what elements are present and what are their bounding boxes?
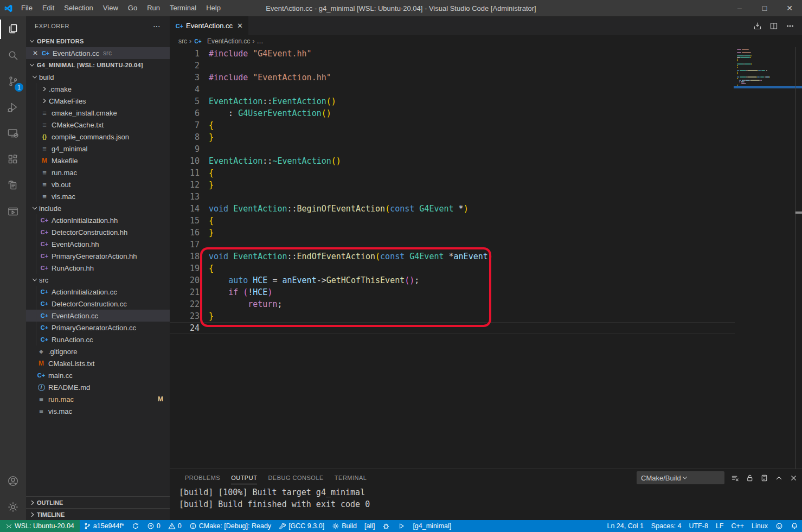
tree-file-eventaction-cc[interactable]: C+EventAction.cc xyxy=(26,310,170,322)
code-line-19[interactable]: 19{ xyxy=(170,262,735,274)
menu-view[interactable]: View xyxy=(98,0,123,16)
activity-cmake-icon[interactable] xyxy=(0,172,26,198)
tree-file-vis-mac[interactable]: ≡vis.mac xyxy=(26,405,170,417)
menu-help[interactable]: Help xyxy=(201,0,226,16)
code-line-24[interactable]: 24 xyxy=(170,322,735,334)
tree-file-cmakecache-txt[interactable]: ≡CMakeCache.txt xyxy=(26,119,170,131)
status-warning[interactable]: 0 xyxy=(164,520,185,532)
status-branch[interactable]: a15e944f* xyxy=(80,520,128,532)
status--all-[interactable]: [all] xyxy=(361,520,378,532)
tree-file-vb-out[interactable]: ≡vb.out xyxy=(26,178,170,190)
scrollbar[interactable] xyxy=(795,47,802,469)
tree-file-detectorconstruction-cc[interactable]: C+DetectorConstruction.cc xyxy=(26,298,170,310)
tree-file-run-mac[interactable]: ≡run.mac xyxy=(26,166,170,178)
status-sync[interactable] xyxy=(128,520,143,532)
status-info[interactable]: CMake: [Debug]: Ready xyxy=(185,520,275,532)
status-c-[interactable]: C++ xyxy=(727,520,748,532)
open-output-in-editor-icon[interactable] xyxy=(760,474,768,482)
tree-file-actioninitialization-cc[interactable]: C+ActionInitialization.cc xyxy=(26,286,170,298)
breadcrumb-src[interactable]: src xyxy=(178,37,187,45)
close-button[interactable]: ✕ xyxy=(777,0,802,16)
code-line-7[interactable]: 7{ xyxy=(170,119,735,131)
activity-run-and-debug-icon[interactable] xyxy=(0,94,26,120)
sidebar-more-actions-icon[interactable]: ⋯ xyxy=(153,22,161,30)
tab-close-icon[interactable]: ✕ xyxy=(237,22,243,30)
maximize-panel-icon[interactable] xyxy=(775,474,783,482)
activity-search-icon[interactable] xyxy=(0,42,26,68)
timeline-section[interactable]: TIMELINE xyxy=(26,508,170,520)
code-line-8[interactable]: 8} xyxy=(170,131,735,143)
status-error[interactable]: 0 xyxy=(143,520,164,532)
status-linux[interactable]: Linux xyxy=(748,520,772,532)
activity-testing-icon[interactable] xyxy=(0,198,26,225)
tree-file-compile-commands-json[interactable]: {}compile_commands.json xyxy=(26,131,170,143)
minimap[interactable] xyxy=(736,49,794,88)
code-line-21[interactable]: 21 if (!HCE) xyxy=(170,286,735,298)
panel-tab-problems[interactable]: PROBLEMS xyxy=(179,469,226,486)
activity-explorer-icon[interactable] xyxy=(0,16,26,42)
status-remote[interactable]: WSL: Ubuntu-20.04 xyxy=(0,520,80,532)
close-panel-icon[interactable] xyxy=(790,474,798,482)
open-editors-header[interactable]: OPEN EDITORS xyxy=(26,35,170,47)
breadcrumb-symbol[interactable]: … xyxy=(256,37,263,45)
clear-output-icon[interactable] xyxy=(731,474,739,482)
tree-file-g4-minimal[interactable]: ≡g4_minimal xyxy=(26,143,170,155)
run-build-icon[interactable] xyxy=(753,22,762,30)
code-line-10[interactable]: 10EventAction::~EventAction() xyxy=(170,155,735,167)
code-line-17[interactable]: 17 xyxy=(170,239,735,251)
panel-tab-debug-console[interactable]: DEBUG CONSOLE xyxy=(262,469,329,486)
code-line-18[interactable]: 18void EventAction::EndOfEventAction(con… xyxy=(170,251,735,262)
tree-file-eventaction-hh[interactable]: C+EventAction.hh xyxy=(26,238,170,250)
code-line-9[interactable]: 9 xyxy=(170,143,735,155)
menu-run[interactable]: Run xyxy=(142,0,165,16)
status-bell[interactable] xyxy=(787,520,802,532)
tree-file-vis-mac[interactable]: ≡vis.mac xyxy=(26,190,170,202)
breadcrumb-file[interactable]: EventAction.cc xyxy=(207,37,250,45)
activity-extensions-icon[interactable] xyxy=(0,146,26,172)
close-icon[interactable]: ✕ xyxy=(33,49,38,57)
tree-file--gitignore[interactable]: ◆.gitignore xyxy=(26,345,170,357)
more-actions-icon[interactable] xyxy=(786,22,794,30)
tree-folder-cmakefiles[interactable]: CMakeFiles xyxy=(26,95,170,107)
code-line-14[interactable]: 14void EventAction::BeginOfEventAction(c… xyxy=(170,203,735,215)
code-line-16[interactable]: 16} xyxy=(170,227,735,239)
code-editor[interactable]: 1#include "G4Event.hh"23#include "EventA… xyxy=(170,47,802,469)
status-feedback[interactable] xyxy=(772,520,787,532)
tree-file-cmake-install-cmake[interactable]: ≡cmake_install.cmake xyxy=(26,107,170,119)
minimize-button[interactable]: – xyxy=(727,0,752,16)
code-line-2[interactable]: 2 xyxy=(170,60,735,72)
tree-file-actioninitialization-hh[interactable]: C+ActionInitialization.hh xyxy=(26,214,170,226)
tree-file-cmakelists-txt[interactable]: MCMakeLists.txt xyxy=(26,357,170,369)
status-bug[interactable] xyxy=(378,520,394,532)
menu-terminal[interactable]: Terminal xyxy=(165,0,201,16)
code-line-1[interactable]: 1#include "G4Event.hh" xyxy=(170,48,735,60)
tree-file-main-cc[interactable]: C+main.cc xyxy=(26,369,170,381)
maximize-button[interactable]: □ xyxy=(752,0,777,16)
code-line-6[interactable]: 6 : G4UserEventAction() xyxy=(170,107,735,119)
status-ln-24-col-1[interactable]: Ln 24, Col 1 xyxy=(603,520,647,532)
tree-file-detectorconstruction-hh[interactable]: C+DetectorConstruction.hh xyxy=(26,226,170,238)
outline-section[interactable]: OUTLINE xyxy=(26,496,170,508)
status-play[interactable] xyxy=(394,520,409,532)
status--g4-minimal-[interactable]: [g4_minimal] xyxy=(409,520,455,532)
status-wrench[interactable]: [GCC 9.3.0] xyxy=(275,520,328,532)
tree-file-readme-md[interactable]: iREADME.md xyxy=(26,381,170,393)
code-line-12[interactable]: 12} xyxy=(170,179,735,191)
split-editor-icon[interactable] xyxy=(769,22,778,30)
tree-folder-build[interactable]: build xyxy=(26,71,170,83)
code-line-22[interactable]: 22 return; xyxy=(170,298,735,310)
activity-source-control-icon[interactable]: 1 xyxy=(0,68,26,94)
tree-file-makefile[interactable]: MMakefile xyxy=(26,155,170,166)
status-lf[interactable]: LF xyxy=(712,520,728,532)
menu-file[interactable]: File xyxy=(16,0,37,16)
output-channel-select[interactable]: CMake/Build xyxy=(637,471,724,484)
code-line-5[interactable]: 5EventAction::EventAction() xyxy=(170,95,735,107)
code-line-20[interactable]: 20 auto HCE = anEvent->GetHCofThisEvent(… xyxy=(170,274,735,286)
tree-file-runaction-hh[interactable]: C+RunAction.hh xyxy=(26,262,170,274)
menu-go[interactable]: Go xyxy=(123,0,142,16)
tree-folder--cmake[interactable]: .cmake xyxy=(26,83,170,95)
tree-file-runaction-cc[interactable]: C+RunAction.cc xyxy=(26,334,170,345)
status-gear[interactable]: Build xyxy=(328,520,361,532)
tree-folder-src[interactable]: src xyxy=(26,274,170,286)
code-line-15[interactable]: 15{ xyxy=(170,215,735,227)
